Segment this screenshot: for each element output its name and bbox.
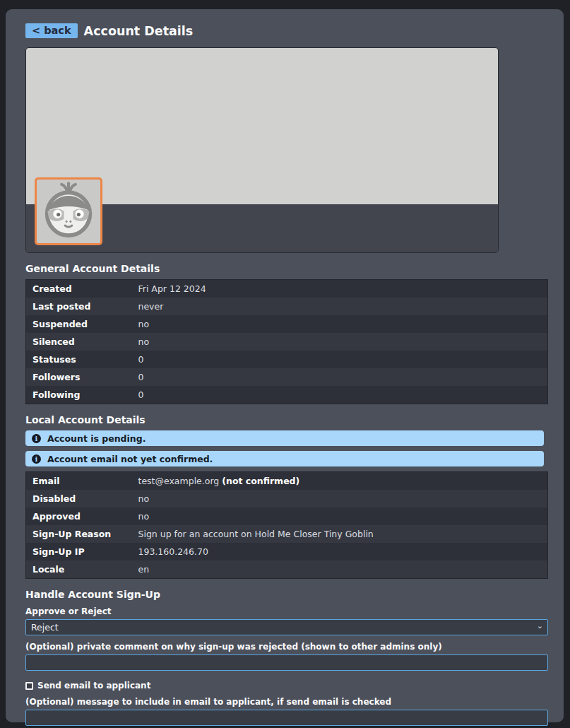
row-label: Sign-Up IP [26, 543, 132, 560]
send-email-label: Send email to applicant [37, 681, 150, 691]
row-value: 193.160.246.70 [132, 543, 548, 560]
info-icon: i [32, 454, 41, 464]
table-row: Silencedno [26, 333, 548, 351]
row-value: 0 [132, 368, 548, 386]
table-row: Following0 [26, 386, 548, 404]
row-label: Email [26, 472, 132, 491]
page-title: Account Details [84, 24, 194, 38]
table-row: Sign-Up IP193.160.246.70 [26, 543, 548, 560]
row-label: Approved [26, 507, 132, 525]
page-header: < back Account Details [25, 23, 544, 38]
table-row: Suspendedno [26, 315, 548, 333]
send-email-checkbox[interactable] [25, 682, 33, 690]
general-details-heading: General Account Details [25, 263, 544, 274]
row-label: Sign-Up Reason [26, 525, 132, 543]
row-label: Silenced [26, 333, 132, 351]
general-details-table: CreatedFri Apr 12 2024 Last postednever … [25, 279, 548, 404]
row-value: no [132, 315, 548, 333]
account-details-panel: < back Account Details [6, 9, 564, 722]
pending-banner: i Account is pending. [25, 430, 544, 446]
approve-reject-select-wrap: Reject ⌄ [25, 619, 548, 635]
private-comment-input[interactable] [25, 654, 548, 671]
table-row: Emailtest@example.org (not confirmed) [26, 472, 548, 491]
table-row: Approvedno [26, 507, 548, 525]
banner-text: Account email not yet confirmed. [47, 454, 213, 464]
local-details-table: Emailtest@example.org (not confirmed) Di… [25, 471, 548, 579]
email-value: test@example.org [138, 476, 222, 486]
send-email-row: Send email to applicant [25, 681, 544, 691]
row-label: Created [26, 280, 132, 298]
row-value: en [132, 560, 548, 579]
sloth-avatar-icon [40, 181, 97, 242]
table-row: Statuses0 [26, 351, 548, 368]
approve-reject-select[interactable]: Reject [25, 619, 548, 635]
email-message-label: (Optional) message to include in email t… [25, 697, 544, 707]
row-value: Fri Apr 12 2024 [132, 280, 548, 298]
row-label: Disabled [26, 490, 132, 507]
row-value: no [132, 333, 548, 351]
table-row: CreatedFri Apr 12 2024 [26, 280, 548, 298]
row-label: Last posted [26, 298, 132, 315]
row-label: Locale [26, 560, 132, 579]
back-button[interactable]: < back [25, 23, 78, 38]
table-row: Followers0 [26, 368, 548, 386]
display-name: test [110, 251, 136, 253]
banner-text: Account is pending. [47, 433, 146, 444]
email-message-input[interactable] [25, 710, 548, 726]
avatar[interactable] [35, 177, 102, 245]
row-value: test@example.org (not confirmed) [132, 472, 548, 491]
row-value: no [132, 490, 548, 507]
info-icon: i [32, 434, 41, 443]
row-label: Following [26, 386, 132, 404]
row-label: Followers [26, 368, 132, 386]
row-label: Suspended [26, 315, 132, 333]
table-row: Last postednever [26, 298, 548, 315]
local-details-heading: Local Account Details [25, 414, 544, 425]
approve-reject-label: Approve or Reject [25, 606, 544, 616]
private-comment-label: (Optional) private comment on why sign-u… [25, 642, 544, 652]
row-value: no [132, 507, 548, 525]
handle-signup-heading: Handle Account Sign-Up [25, 589, 544, 600]
row-label: Statuses [26, 351, 132, 368]
email-unconfirmed-banner: i Account email not yet confirmed. [25, 451, 544, 466]
table-row: Sign-Up ReasonSign up for an account on … [26, 525, 548, 543]
row-value: 0 [132, 386, 548, 404]
email-note: (not confirmed) [222, 476, 299, 486]
profile-card: test @test [25, 47, 499, 253]
row-value: never [132, 298, 548, 315]
row-value: 0 [132, 351, 548, 368]
row-value: Sign up for an account on Hold Me Closer… [132, 525, 548, 543]
table-row: Localeen [26, 560, 548, 579]
table-row: Disabledno [26, 490, 548, 507]
